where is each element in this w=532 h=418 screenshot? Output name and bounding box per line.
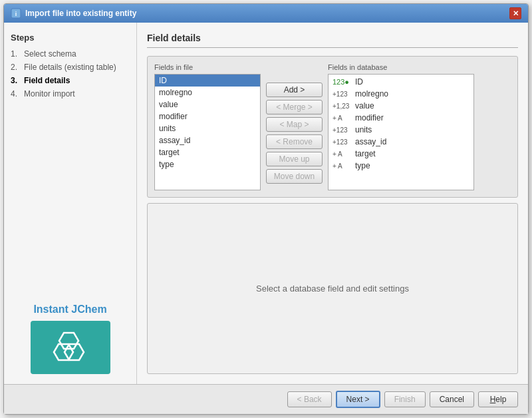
svg-text:i: i <box>15 11 17 17</box>
file-field-id[interactable]: ID <box>155 75 260 87</box>
steps-list: 1. Select schema 2. File details (existi… <box>11 49 130 103</box>
db-field-id[interactable]: 123● ID <box>329 76 473 88</box>
fields-in-db-label: Fields in database <box>328 63 511 71</box>
file-fields-section: Fields in file ID molregno value modifie… <box>154 63 261 190</box>
dialog: i Import file into existing entity ✕ Ste… <box>3 3 529 415</box>
title-bar-left: i Import file into existing entity <box>11 8 136 19</box>
file-field-modifier[interactable]: modifier <box>155 110 260 122</box>
fields-container: Fields in file ID molregno value modifie… <box>147 56 518 198</box>
close-button[interactable]: ✕ <box>509 7 521 19</box>
fields-in-file-list[interactable]: ID molregno value modifier units assay_i… <box>154 74 261 190</box>
db-field-molregno[interactable]: +123 molregno <box>329 88 473 100</box>
logo-box <box>31 321 110 374</box>
logo-icon <box>51 329 90 366</box>
back-button[interactable]: < Back <box>287 391 332 407</box>
db-fields-section: Fields in database 123● ID +123 molregno… <box>328 63 511 190</box>
add-button[interactable]: Add > <box>266 83 323 97</box>
svg-marker-2 <box>59 333 78 349</box>
move-down-button[interactable]: Move down <box>266 169 323 184</box>
title-bar: i Import file into existing entity ✕ <box>4 4 528 23</box>
remove-button[interactable]: < Remove <box>266 134 323 149</box>
logo-text: Instant JChem <box>33 304 106 315</box>
db-field-target[interactable]: + A target <box>329 148 473 160</box>
step-2: 2. File details (existing table) <box>11 63 130 72</box>
db-field-modifier[interactable]: + A modifier <box>329 112 473 124</box>
step-3: 3. Field details <box>11 76 130 85</box>
sidebar-logo-area: Instant JChem <box>11 304 130 374</box>
db-field-type[interactable]: + A type <box>329 160 473 172</box>
cancel-button[interactable]: Cancel <box>430 391 474 407</box>
main-content: Steps 1. Select schema 2. File details (… <box>4 23 528 384</box>
merge-button[interactable]: < Merge > <box>266 100 323 114</box>
footer: < Back Next > Finish Cancel Help <box>4 384 528 414</box>
file-field-value[interactable]: value <box>155 99 260 110</box>
db-field-value[interactable]: +1,23 value <box>329 100 473 112</box>
file-field-target[interactable]: target <box>155 146 260 158</box>
db-fields-list[interactable]: 123● ID +123 molregno +1,23 value + A <box>328 74 474 190</box>
fields-in-file-label: Fields in file <box>154 63 261 71</box>
help-button[interactable]: Help <box>478 391 518 407</box>
next-button[interactable]: Next > <box>336 391 380 408</box>
dialog-icon: i <box>11 8 21 19</box>
db-field-units[interactable]: +123 units <box>329 124 473 136</box>
sidebar-title: Steps <box>11 33 130 43</box>
finish-button[interactable]: Finish <box>384 391 426 407</box>
svg-marker-4 <box>54 344 73 360</box>
panel-title: Field details <box>147 33 518 48</box>
dialog-title: Import file into existing entity <box>25 9 136 18</box>
db-field-assay-id[interactable]: +123 assay_id <box>329 136 473 148</box>
sidebar: Steps 1. Select schema 2. File details (… <box>4 23 137 384</box>
file-field-type[interactable]: type <box>155 158 260 170</box>
file-field-molregno[interactable]: molregno <box>155 87 260 99</box>
file-field-units[interactable]: units <box>155 122 260 134</box>
right-panel: Field details Fields in file ID molregno… <box>137 23 528 384</box>
middle-buttons: Add > < Merge > < Map > < Remove Move up… <box>266 63 323 190</box>
move-up-button[interactable]: Move up <box>266 152 323 166</box>
edit-settings-placeholder: Select a database field and edit setting… <box>256 284 409 294</box>
svg-marker-3 <box>65 344 84 360</box>
step-1: 1. Select schema <box>11 49 130 59</box>
map-button[interactable]: < Map > <box>266 117 323 132</box>
edit-settings-area: Select a database field and edit setting… <box>147 203 518 374</box>
file-field-assay-id[interactable]: assay_id <box>155 134 260 146</box>
step-4: 4. Monitor import <box>11 89 130 99</box>
